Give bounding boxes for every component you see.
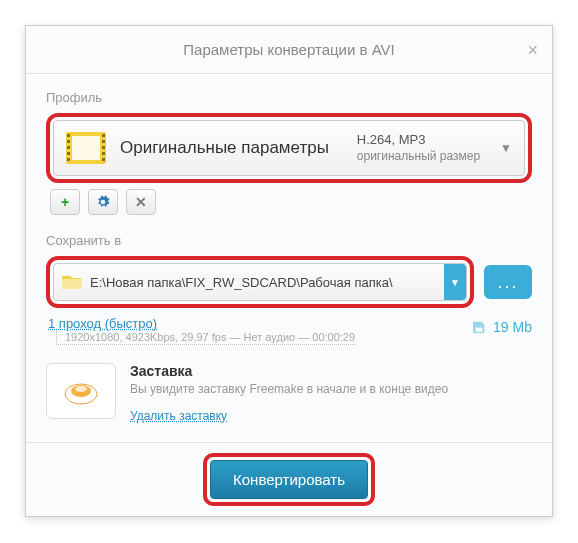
profile-label: Профиль [46,90,532,105]
close-icon[interactable]: × [527,40,538,61]
splash-description: Вы увидите заставку Freemake в начале и … [130,382,448,396]
stream-info: 1920x1080, 4923Kbps, 29,97 fps — Нет ауд… [56,331,355,345]
ellipsis-icon: ... [497,272,518,293]
save-path-text: E:\Новая папка\FIX_RW_SDCARD\Рабочая пап… [90,275,440,290]
add-profile-button[interactable]: + [50,189,80,215]
svg-rect-6 [67,158,70,161]
profile-name: Оригинальные параметры [120,138,357,158]
svg-rect-8 [102,140,105,143]
svg-rect-9 [102,146,105,149]
save-label: Сохранить в [46,233,532,248]
conversion-dialog: Параметры конвертации в AVI × Профиль Ор… [25,25,553,517]
svg-rect-5 [67,152,70,155]
svg-rect-12 [476,328,483,332]
profile-dropdown[interactable]: Оригинальные параметры H.264, MP3 оригин… [53,120,525,176]
svg-point-15 [75,386,87,392]
settings-button[interactable] [88,189,118,215]
svg-rect-4 [67,146,70,149]
disk-icon [471,319,487,335]
convert-highlight: Конвертировать [203,453,375,506]
svg-rect-3 [67,140,70,143]
save-path-dropdown[interactable]: E:\Новая папка\FIX_RW_SDCARD\Рабочая пап… [53,263,467,301]
remove-splash-link[interactable]: Удалить заставку [130,409,227,423]
freemake-logo-icon [61,376,101,406]
estimated-size: 19 Mb [471,319,532,335]
chevron-down-icon: ▼ [500,141,512,155]
profile-codec: H.264, MP3 [357,132,480,149]
pass-link[interactable]: 1 проход (быстро) [48,316,157,331]
convert-button[interactable]: Конвертировать [210,460,368,499]
path-chevron-down-icon[interactable]: ▼ [444,264,466,300]
svg-rect-7 [102,134,105,137]
dialog-footer: Конвертировать [26,442,552,516]
size-text: 19 Mb [493,319,532,335]
folder-icon [62,274,82,290]
profile-tools: + ✕ [50,189,532,215]
gear-icon [96,195,110,209]
splash-thumbnail [46,363,116,419]
titlebar: Параметры конвертации в AVI × [26,26,552,74]
film-icon [66,132,106,164]
svg-rect-11 [102,158,105,161]
path-highlight: E:\Новая папка\FIX_RW_SDCARD\Рабочая пап… [46,256,474,308]
svg-rect-2 [67,134,70,137]
splash-section: Заставка Вы увидите заставку Freemake в … [46,363,532,424]
profile-details: H.264, MP3 оригинальный размер [357,132,480,164]
profile-size-mode: оригинальный размер [357,149,480,165]
svg-rect-10 [102,152,105,155]
splash-title: Заставка [130,363,448,379]
delete-profile-button[interactable]: ✕ [126,189,156,215]
profile-highlight: Оригинальные параметры H.264, MP3 оригин… [46,113,532,183]
dialog-title: Параметры конвертации в AVI [183,41,394,58]
browse-button[interactable]: ... [484,265,532,299]
svg-rect-1 [72,136,100,160]
